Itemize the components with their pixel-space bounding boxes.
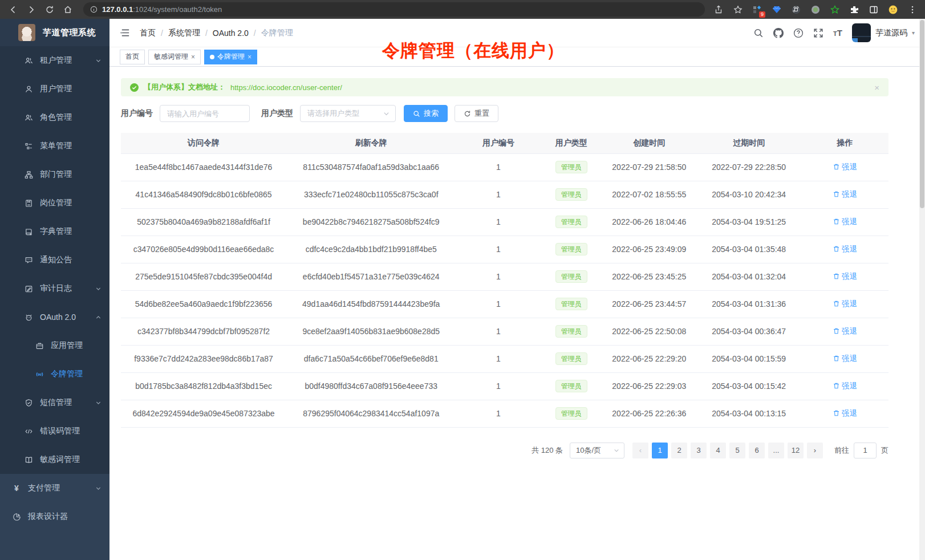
sidebar-item-pay[interactable]: ¥支付管理 — [0, 474, 109, 502]
sidebar-item-oauth2[interactable]: OAuth 2.0 — [0, 303, 109, 331]
page-button[interactable]: 5 — [729, 443, 745, 458]
page-scrollbar[interactable] — [919, 19, 925, 560]
collapse-sidebar-icon[interactable] — [120, 27, 131, 38]
page-button[interactable]: 4 — [710, 443, 726, 458]
sidebar-item-label: 角色管理 — [40, 112, 72, 123]
page-button[interactable]: 12 — [788, 443, 804, 458]
sidebar-item-dept[interactable]: 部门管理 — [0, 160, 109, 189]
user-id-cell: 1 — [456, 372, 541, 400]
reset-button[interactable]: 重置 — [455, 105, 498, 122]
breadcrumb-oauth2[interactable]: OAuth 2.0 — [213, 29, 249, 38]
access-token-cell: 502375b8040a469a9b82188afdf6af1f — [121, 208, 286, 236]
expire-time-cell: 2054-03-04 01:31:36 — [696, 290, 801, 318]
sidebar-item-sms[interactable]: 短信管理 — [0, 388, 109, 417]
extension-icon-1[interactable]: 9 — [752, 4, 763, 15]
users-icon — [24, 113, 33, 122]
sidebar-item-role[interactable]: 角色管理 — [0, 103, 109, 132]
force-logout-button[interactable]: 强退 — [833, 381, 857, 391]
breadcrumb-system[interactable]: 系统管理 — [168, 28, 200, 38]
force-logout-button[interactable]: 强退 — [833, 217, 857, 227]
tags-view-bar: 首页 敏感词管理× 令牌管理× — [109, 47, 925, 67]
help-icon[interactable] — [793, 28, 804, 38]
create-time-cell: 2022-06-25 22:26:36 — [602, 400, 696, 427]
refresh-token-cell: be90422b8c7946218275a508bf524fc9 — [286, 208, 456, 236]
prev-page-button[interactable]: ‹ — [632, 443, 648, 458]
user-type-tag: 管理员 — [555, 407, 587, 420]
sidebar-item-report-designer[interactable]: 报表设计器 — [0, 502, 109, 531]
site-info-icon[interactable] — [90, 6, 98, 13]
close-icon[interactable]: × — [191, 53, 195, 61]
user-menu[interactable]: 芋道源码 ▾ — [852, 23, 915, 42]
sidebar-item-menu[interactable]: 菜单管理 — [0, 132, 109, 160]
split-view-icon[interactable] — [868, 4, 879, 15]
sidebar-item-label: 岗位管理 — [40, 198, 72, 208]
page-size-select[interactable]: 10条/页 — [570, 443, 624, 458]
page-button[interactable]: 3 — [691, 443, 707, 458]
user-id-cell: 1 — [456, 263, 541, 290]
page-button[interactable]: 2 — [671, 443, 687, 458]
share-icon[interactable] — [713, 4, 724, 15]
force-logout-button[interactable]: 强退 — [833, 326, 857, 336]
sidebar-item-oauth2-token[interactable]: A令牌管理 — [0, 360, 109, 388]
close-icon[interactable]: × — [248, 53, 251, 61]
force-logout-button[interactable]: 强退 — [833, 354, 857, 364]
more-pages-button[interactable]: ... — [768, 443, 784, 458]
extension-icon-2[interactable] — [771, 4, 782, 15]
goto-page-input[interactable] — [854, 443, 877, 458]
back-icon[interactable] — [6, 2, 21, 17]
profile-avatar-icon[interactable] — [887, 4, 899, 15]
github-icon[interactable] — [773, 28, 784, 38]
chevron-down-icon — [614, 448, 619, 453]
sidebar-item-label: OAuth 2.0 — [40, 313, 76, 322]
force-logout-button[interactable]: 强退 — [833, 189, 857, 200]
sidebar-item-dict[interactable]: 字典管理 — [0, 217, 109, 246]
extension-icon-4[interactable] — [810, 4, 821, 15]
extension-icon-3[interactable] — [790, 4, 802, 15]
col-expire-time: 过期时间 — [696, 133, 801, 153]
font-size-icon[interactable]: TT — [833, 28, 842, 38]
sidebar-item-notice[interactable]: 通知公告 — [0, 246, 109, 274]
search-icon[interactable] — [753, 28, 764, 38]
force-logout-button[interactable]: 强退 — [833, 408, 857, 419]
force-logout-button[interactable]: 强退 — [833, 299, 857, 309]
user-type-select[interactable]: 请选择用户类型 — [300, 105, 396, 122]
fullscreen-icon[interactable] — [813, 28, 823, 38]
chrome-menu-icon[interactable] — [907, 4, 918, 15]
breadcrumb-home[interactable]: 首页 — [140, 28, 156, 38]
address-bar[interactable]: 127.0.0.1:1024/system/oauth2/token — [83, 2, 705, 17]
extension-icon-5[interactable] — [829, 4, 841, 15]
user-type-tag: 管理员 — [555, 352, 587, 365]
home-icon[interactable] — [60, 2, 75, 17]
doc-link[interactable]: https://doc.iocoder.cn/user-center/ — [230, 83, 342, 92]
app-logo[interactable]: 芋道管理系统 — [0, 19, 109, 46]
force-logout-button[interactable]: 强退 — [833, 244, 857, 254]
sidebar-item-error-code[interactable]: 错误码管理 — [0, 417, 109, 445]
alert-close-icon[interactable]: × — [874, 83, 879, 92]
user-id-input[interactable] — [160, 105, 250, 122]
tab-sensitive-word[interactable]: 敏感词管理× — [148, 50, 201, 64]
reload-icon[interactable] — [42, 2, 57, 17]
sidebar-item-tenant[interactable]: 租户管理 — [0, 46, 109, 75]
total-count: 共 120 条 — [532, 445, 563, 456]
sidebar-item-oauth2-app[interactable]: 应用管理 — [0, 331, 109, 360]
next-page-button[interactable]: › — [807, 443, 823, 458]
sidebar-item-post[interactable]: 岗位管理 — [0, 189, 109, 217]
extension-icon-6[interactable] — [849, 4, 860, 15]
sidebar-item-sensitive-word[interactable]: 敏感词管理 — [0, 445, 109, 474]
sidebar-item-user[interactable]: 用户管理 — [0, 75, 109, 103]
search-button[interactable]: 搜索 — [404, 105, 448, 122]
create-time-cell: 2022-06-25 23:49:09 — [602, 236, 696, 263]
tab-home[interactable]: 首页 — [120, 50, 145, 64]
table-row: 6d842e2924594de9a09e45e087323abe 8796295… — [121, 400, 889, 427]
force-logout-button[interactable]: 强退 — [833, 162, 857, 172]
bookmark-star-icon[interactable] — [732, 4, 744, 15]
forward-icon[interactable] — [24, 2, 39, 17]
user-icon — [24, 84, 33, 94]
scrollbar-thumb[interactable] — [920, 20, 924, 208]
tab-oauth2-token[interactable]: 令牌管理× — [204, 50, 257, 64]
force-logout-button[interactable]: 强退 — [833, 271, 857, 282]
sidebar-item-audit-log[interactable]: 审计日志 — [0, 274, 109, 303]
page-button[interactable]: 6 — [749, 443, 765, 458]
table-row: f9336e7c7dd242a283ee98dc86b17a87 dfa6c71… — [121, 345, 889, 372]
page-button[interactable]: 1 — [652, 443, 668, 458]
